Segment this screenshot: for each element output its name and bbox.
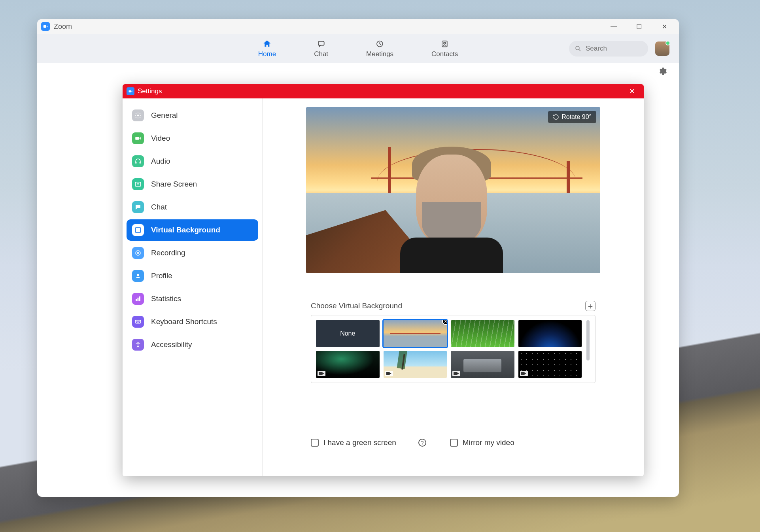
sidebar-label: Keyboard Shortcuts bbox=[151, 317, 217, 326]
video-badge-icon bbox=[318, 371, 325, 376]
gear-icon bbox=[658, 66, 667, 76]
svg-rect-8 bbox=[135, 137, 139, 140]
sidebar-item-audio[interactable]: Audio bbox=[127, 151, 258, 172]
zoom-app-icon bbox=[41, 22, 50, 31]
settings-app-icon bbox=[127, 87, 134, 95]
nav-contacts[interactable]: Contacts bbox=[431, 39, 458, 58]
chat-bubble-icon bbox=[132, 201, 144, 213]
sidebar-item-accessibility[interactable]: Accessibility bbox=[127, 334, 258, 355]
profile-avatar[interactable] bbox=[655, 42, 669, 56]
video-preview: Rotate 90° bbox=[306, 107, 600, 273]
svg-point-7 bbox=[137, 115, 139, 117]
headphones-icon bbox=[132, 155, 144, 167]
delete-background-button[interactable]: ✕ bbox=[442, 320, 447, 325]
window-maximize-button[interactable]: ☐ bbox=[633, 23, 645, 30]
search-input[interactable]: Search bbox=[569, 41, 648, 57]
video-icon bbox=[132, 132, 144, 144]
green-screen-checkbox[interactable]: I have a green screen bbox=[311, 438, 396, 447]
svg-rect-6 bbox=[129, 91, 131, 92]
settings-sidebar: General Video Audio Share Screen Chat Vi… bbox=[123, 98, 263, 476]
statistics-icon bbox=[132, 293, 144, 305]
background-thumb-bridge[interactable]: ✕ bbox=[384, 320, 447, 347]
nav-contacts-label: Contacts bbox=[431, 50, 458, 58]
svg-point-21 bbox=[138, 342, 139, 343]
sidebar-item-profile[interactable]: Profile bbox=[127, 265, 258, 287]
rotate-icon bbox=[553, 114, 559, 120]
nav-meetings[interactable]: Meetings bbox=[366, 39, 393, 58]
background-grid-scrollbar[interactable] bbox=[586, 320, 590, 378]
video-badge-icon bbox=[385, 371, 393, 376]
sidebar-label: Chat bbox=[151, 203, 167, 211]
nav-meetings-label: Meetings bbox=[366, 50, 393, 58]
clock-icon bbox=[375, 39, 385, 49]
settings-gear-button[interactable] bbox=[658, 66, 667, 77]
home-icon bbox=[262, 39, 272, 49]
checkbox-icon bbox=[311, 439, 319, 447]
search-placeholder: Search bbox=[586, 45, 607, 53]
help-icon[interactable]: ? bbox=[418, 439, 426, 447]
sidebar-item-virtual-background[interactable]: Virtual Background bbox=[127, 219, 258, 241]
sidebar-label: Profile bbox=[151, 272, 172, 280]
keyboard-icon bbox=[132, 316, 144, 328]
add-background-button[interactable]: ＋ bbox=[585, 301, 596, 311]
svg-rect-10 bbox=[140, 162, 141, 164]
profile-icon bbox=[132, 270, 144, 282]
sidebar-item-general[interactable]: General bbox=[127, 105, 258, 126]
nav-chat[interactable]: Chat bbox=[314, 39, 328, 58]
sidebar-item-chat[interactable]: Chat bbox=[127, 196, 258, 218]
window-minimize-button[interactable]: — bbox=[608, 23, 620, 30]
sidebar-label: Statistics bbox=[151, 294, 181, 303]
video-badge-icon bbox=[452, 371, 460, 376]
none-label: None bbox=[340, 330, 355, 337]
background-thumb-aurora[interactable] bbox=[316, 351, 380, 378]
rotate-90-button[interactable]: Rotate 90° bbox=[548, 111, 596, 123]
sidebar-item-video[interactable]: Video bbox=[127, 128, 258, 149]
settings-titlebar: Settings ✕ bbox=[123, 84, 644, 98]
background-thumb-hangar[interactable] bbox=[451, 351, 514, 378]
mirror-video-label: Mirror my video bbox=[463, 438, 514, 447]
video-badge-icon bbox=[520, 371, 528, 376]
background-thumb-grass[interactable] bbox=[451, 320, 514, 347]
svg-rect-17 bbox=[136, 299, 137, 301]
background-thumb-beach[interactable] bbox=[384, 351, 447, 378]
gear-icon bbox=[132, 109, 144, 121]
window-titlebar: Zoom — ☐ ✕ bbox=[37, 19, 679, 34]
sidebar-item-recording[interactable]: Recording bbox=[127, 242, 258, 264]
settings-dialog: Settings ✕ General Video Audio Share Scr… bbox=[123, 84, 644, 476]
chat-icon bbox=[316, 39, 326, 49]
background-thumb-stars[interactable] bbox=[518, 351, 582, 378]
recording-icon bbox=[132, 247, 144, 259]
svg-rect-20 bbox=[135, 320, 141, 323]
nav-chat-label: Chat bbox=[314, 50, 328, 58]
sidebar-item-keyboard-shortcuts[interactable]: Keyboard Shortcuts bbox=[127, 311, 258, 332]
sidebar-item-statistics[interactable]: Statistics bbox=[127, 288, 258, 309]
background-grid: None ✕ bbox=[311, 315, 596, 383]
svg-point-4 bbox=[444, 42, 446, 44]
window-title: Zoom bbox=[54, 23, 72, 31]
choose-background-label: Choose Virtual Background bbox=[311, 302, 402, 310]
nav-home[interactable]: Home bbox=[258, 39, 276, 58]
share-screen-icon bbox=[132, 178, 144, 190]
settings-content: Rotate 90° Choose Virtual Background ＋ N… bbox=[263, 98, 644, 476]
sidebar-label: General bbox=[151, 111, 178, 120]
presence-indicator bbox=[665, 41, 670, 45]
background-thumb-none[interactable]: None bbox=[316, 320, 380, 347]
svg-rect-1 bbox=[318, 41, 324, 45]
sidebar-label: Accessibility bbox=[151, 340, 192, 349]
main-toolbar: Home Chat Meetings Contacts Search bbox=[37, 34, 679, 63]
nav-home-label: Home bbox=[258, 50, 276, 58]
window-close-button[interactable]: ✕ bbox=[658, 23, 670, 30]
mirror-video-checkbox[interactable]: Mirror my video bbox=[450, 438, 514, 447]
rotate-label: Rotate 90° bbox=[561, 113, 592, 121]
sidebar-item-share-screen[interactable]: Share Screen bbox=[127, 174, 258, 195]
contacts-icon bbox=[440, 39, 450, 49]
search-icon bbox=[575, 45, 582, 52]
settings-title: Settings bbox=[138, 87, 162, 95]
svg-rect-18 bbox=[138, 298, 139, 301]
settings-close-button[interactable]: ✕ bbox=[624, 87, 640, 96]
sidebar-label: Audio bbox=[151, 157, 170, 166]
sidebar-label: Share Screen bbox=[151, 180, 197, 189]
svg-point-15 bbox=[137, 252, 139, 254]
background-thumb-earth[interactable] bbox=[518, 320, 582, 347]
svg-rect-0 bbox=[43, 25, 46, 28]
